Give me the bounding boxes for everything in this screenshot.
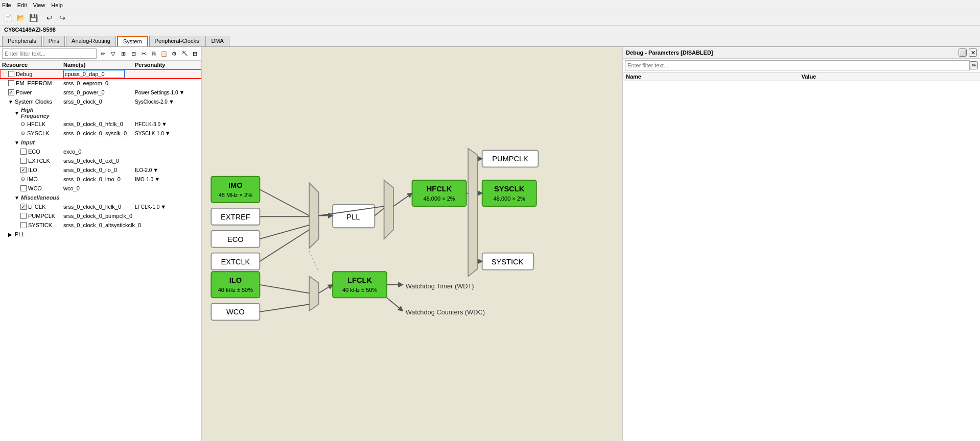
panel-close-btn[interactable]: ✕ xyxy=(969,48,977,57)
row-em-eeprom[interactable]: EM_EEPROM srss_0_eeprom_0 xyxy=(0,79,201,88)
svg-text:IMO: IMO xyxy=(228,181,243,189)
svg-rect-20 xyxy=(333,272,387,298)
label-lfclk: LFCLK xyxy=(28,204,45,210)
toolbar: 📄 📂 💾 ↩ ↪ xyxy=(0,10,980,26)
open-button[interactable]: 📂 xyxy=(15,12,26,23)
filter-btn[interactable]: ▽ xyxy=(108,49,118,58)
svg-marker-33 xyxy=(468,149,477,277)
row-ilo[interactable]: ILO srss_0_clock_0_ilo_0 ILO-2.0 ▼ xyxy=(0,165,201,175)
resource-eco: ECO xyxy=(2,149,63,155)
menu-edit[interactable]: Edit xyxy=(17,2,27,8)
row-power[interactable]: Power srss_0_power_0 Power Settings-1.0 … xyxy=(0,88,201,97)
expand-all-btn[interactable]: ⊞ xyxy=(119,49,128,58)
row-pll[interactable]: ▶ PLL xyxy=(0,230,201,239)
right-edit-btn[interactable]: ✏ xyxy=(970,61,978,69)
menu-help[interactable]: Help xyxy=(51,2,63,8)
name-em-eeprom: srss_0_eeprom_0 xyxy=(63,80,135,86)
label-debug: Debug xyxy=(16,71,32,77)
expand-pll[interactable]: ▶ xyxy=(8,232,13,237)
svg-rect-15 xyxy=(211,272,260,298)
personality-power: Power Settings-1.0 ▼ xyxy=(135,89,199,95)
resource-pumpclk: PUMPCLK xyxy=(2,213,63,219)
row-systick[interactable]: SYSTICK srss_0_clock_0_altsystickclk_0 xyxy=(0,220,201,230)
tab-peripherals[interactable]: Peripherals xyxy=(2,36,42,46)
checkbox-em-eeprom[interactable] xyxy=(8,80,14,86)
row-hfclk[interactable]: ⚙ HFCLK srss_0_clock_0_hfclk_0 HFCLK-3.0… xyxy=(0,119,201,129)
checkbox-pumpclk[interactable] xyxy=(20,213,27,219)
tab-dma[interactable]: DMA xyxy=(205,36,229,46)
copy-btn[interactable]: ⎘ xyxy=(149,49,158,58)
tab-system[interactable]: System xyxy=(117,36,148,46)
checkbox-wco[interactable] xyxy=(20,185,27,191)
tool2-btn[interactable]: ⛏ xyxy=(180,49,189,58)
undo-button[interactable]: ↩ xyxy=(44,12,55,23)
clear-filter-btn[interactable]: ✏ xyxy=(98,49,107,58)
row-pumpclk[interactable]: PUMPCLK srss_0_clock_0_pumpclk_0 xyxy=(0,211,201,220)
row-wco[interactable]: WCO wco_0 xyxy=(0,184,201,193)
tool1-btn[interactable]: ⚙ xyxy=(170,49,179,58)
panel-restore-btn[interactable]: ⬜ xyxy=(959,48,967,57)
svg-text:EXTREF: EXTREF xyxy=(221,213,250,221)
checkbox-power[interactable] xyxy=(8,89,14,95)
name-extclk: srss_0_clock_0_ext_0 xyxy=(63,158,135,164)
device-name-bar: CY8C4149AZI-S598 xyxy=(0,26,980,34)
tab-pins[interactable]: Pins xyxy=(43,36,65,46)
checkbox-extclk[interactable] xyxy=(20,158,27,164)
name-lfclk: srss_0_clock_0_lfclk_0 xyxy=(63,204,135,210)
tool3-btn[interactable]: ⊞ xyxy=(190,49,199,58)
filter-input[interactable] xyxy=(2,48,97,59)
svg-rect-23 xyxy=(412,180,466,206)
save-button[interactable]: 💾 xyxy=(28,12,39,23)
checkbox-debug[interactable] xyxy=(8,71,14,77)
row-sysclk[interactable]: ⚙ SYSCLK srss_0_clock_0_sysclk_0 SYSCLK-… xyxy=(0,129,201,138)
checkbox-lfclk[interactable] xyxy=(20,204,27,210)
expand-system-clocks[interactable]: ▼ xyxy=(8,99,13,105)
resource-wco: WCO xyxy=(2,185,63,191)
personality-hfclk: HFCLK-3.0 ▼ xyxy=(135,121,199,127)
menubar: File Edit View Help xyxy=(0,0,980,10)
tab-peripheral-clocks[interactable]: Peripheral-Clocks xyxy=(149,36,205,46)
col-names: Name(s) xyxy=(63,62,135,68)
label-miscellaneous: Miscellaneous xyxy=(21,194,59,201)
row-imo[interactable]: ⚙ IMO srss_0_clock_0_imo_0 IMO-1.0 ▼ xyxy=(0,175,201,184)
checkbox-systick[interactable] xyxy=(20,222,27,228)
svg-text:PUMPCLK: PUMPCLK xyxy=(492,155,528,163)
tab-analog-routing[interactable]: Analog-Routing xyxy=(66,36,116,46)
table-header: Resource Name(s) Personality xyxy=(0,61,201,69)
label-eco: ECO xyxy=(28,149,40,155)
svg-text:ILO: ILO xyxy=(229,276,242,284)
svg-text:SYSTICK: SYSTICK xyxy=(492,258,524,266)
svg-rect-26 xyxy=(482,180,536,206)
cut-btn[interactable]: ✂ xyxy=(139,49,148,58)
name-power: srss_0_power_0 xyxy=(63,89,135,95)
expand-input[interactable]: ▼ xyxy=(14,140,19,145)
row-extclk[interactable]: EXTCLK srss_0_clock_0_ext_0 xyxy=(0,156,201,165)
col-personality: Personality xyxy=(135,62,199,68)
paste-btn[interactable]: 📋 xyxy=(159,49,169,58)
checkbox-eco[interactable] xyxy=(20,149,27,155)
input-debug-name[interactable] xyxy=(63,70,125,78)
label-pumpclk: PUMPCLK xyxy=(28,213,55,219)
menu-file[interactable]: File xyxy=(2,2,11,8)
main-container: ✏ ▽ ⊞ ⊟ ✂ ⎘ 📋 ⚙ ⛏ ⊞ Resource Name(s) Per… xyxy=(0,47,980,441)
redo-button[interactable]: ↪ xyxy=(57,12,68,23)
tab-bar: Peripherals Pins Analog-Routing System P… xyxy=(0,34,980,47)
row-eco[interactable]: ECO exco_0 xyxy=(0,147,201,156)
expand-miscellaneous[interactable]: ▼ xyxy=(14,195,19,201)
menu-view[interactable]: View xyxy=(33,2,45,8)
checkbox-ilo[interactable] xyxy=(20,167,27,173)
row-lfclk[interactable]: LFCLK srss_0_clock_0_lfclk_0 LFCLK-1.0 ▼ xyxy=(0,202,201,211)
right-panel-filter-bar: ✏ xyxy=(623,59,980,72)
collapse-all-btn[interactable]: ⊟ xyxy=(129,49,138,58)
name-system-clocks: srss_0_clock_0 xyxy=(63,99,135,105)
row-system-clocks[interactable]: ▼ System Clocks srss_0_clock_0 SysClocks… xyxy=(0,97,201,106)
name-ilo: srss_0_clock_0_ilo_0 xyxy=(63,167,135,173)
expand-high-frequency[interactable]: ▼ xyxy=(14,110,19,116)
right-filter-input[interactable] xyxy=(625,60,970,70)
svg-text:48 MHz × 2%: 48 MHz × 2% xyxy=(219,192,252,198)
svg-text:48.000 × 2%: 48.000 × 2% xyxy=(424,195,455,202)
new-button[interactable]: 📄 xyxy=(2,12,13,23)
name-sysclk: srss_0_clock_0_sysclk_0 xyxy=(63,130,135,136)
row-debug[interactable]: Debug xyxy=(0,69,201,79)
name-debug xyxy=(63,70,135,78)
